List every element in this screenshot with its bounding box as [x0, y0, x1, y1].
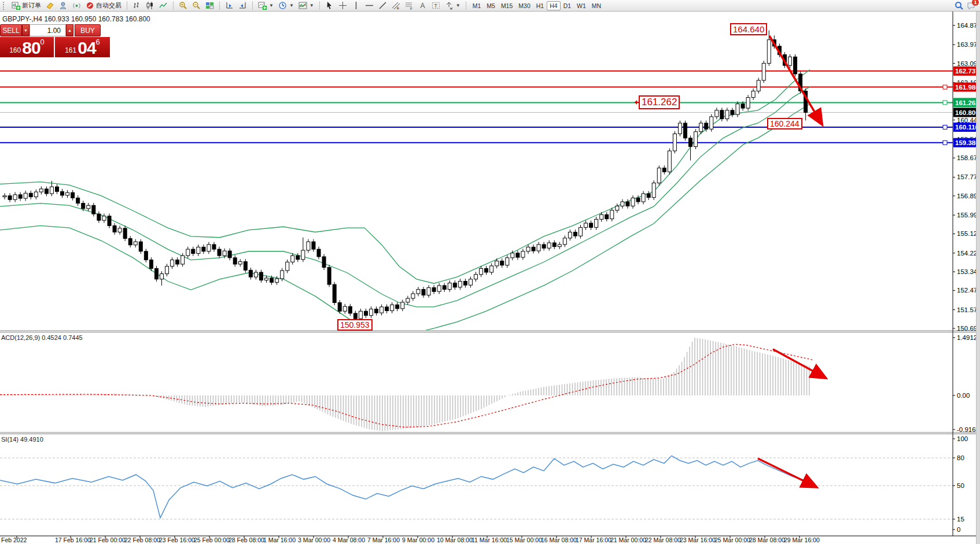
bullish-candle[interactable] [521, 251, 525, 257]
bullish-candle[interactable] [307, 242, 310, 250]
bullish-candle[interactable] [789, 57, 792, 65]
bullish-candle[interactable] [657, 168, 661, 183]
bullish-candle[interactable] [642, 194, 645, 202]
bearish-candle[interactable] [71, 193, 75, 198]
bearish-candle[interactable] [385, 307, 389, 311]
bearish-candle[interactable] [154, 268, 158, 279]
price-annotation[interactable]: 150.953 [337, 319, 373, 331]
line-handle[interactable] [943, 85, 947, 89]
window-scrollbar[interactable] [976, 12, 980, 544]
bearish-candle[interactable] [333, 284, 336, 302]
bearish-candle[interactable] [720, 110, 724, 119]
bullish-candle[interactable] [390, 305, 394, 310]
bullish-candle[interactable] [558, 245, 561, 247]
bullish-candle[interactable] [265, 278, 268, 280]
bullish-candle[interactable] [736, 104, 739, 114]
bearish-candle[interactable] [259, 272, 263, 280]
bullish-candle[interactable] [448, 283, 451, 289]
bullish-candle[interactable] [380, 307, 384, 313]
bullish-candle[interactable] [186, 249, 190, 256]
bearish-candle[interactable] [317, 249, 320, 257]
bullish-candle[interactable] [474, 275, 478, 279]
bullish-candle[interactable] [87, 205, 90, 209]
bearish-candle[interactable] [270, 278, 274, 282]
bearish-candle[interactable] [443, 286, 446, 290]
bearish-candle[interactable] [45, 189, 48, 194]
bullish-candle[interactable] [762, 63, 765, 80]
bullish-candle[interactable] [506, 258, 509, 265]
bearish-candle[interactable] [636, 198, 640, 202]
bullish-candle[interactable] [359, 311, 362, 319]
bullish-candle[interactable] [490, 266, 493, 272]
bearish-candle[interactable] [249, 270, 252, 277]
bullish-candle[interactable] [584, 223, 588, 227]
bullish-candle[interactable] [102, 216, 106, 220]
line-handle[interactable] [943, 140, 947, 145]
bearish-candle[interactable] [327, 268, 331, 285]
bearish-candle[interactable] [532, 247, 535, 251]
bullish-candle[interactable] [631, 198, 635, 206]
bullish-candle[interactable] [547, 243, 551, 248]
bearish-candle[interactable] [61, 191, 64, 195]
bullish-candle[interactable] [181, 256, 185, 264]
bullish-candle[interactable] [197, 247, 200, 253]
bearish-candle[interactable] [375, 309, 378, 313]
line-handle[interactable] [943, 125, 947, 129]
bullish-candle[interactable] [767, 40, 771, 64]
bullish-candle[interactable] [291, 256, 294, 262]
price-annotation[interactable]: 164.640 [730, 23, 767, 35]
bullish-candle[interactable] [751, 91, 755, 97]
bullish-candle[interactable] [673, 134, 676, 151]
bearish-candle[interactable] [97, 214, 101, 220]
bearish-candle[interactable] [82, 203, 85, 209]
bullish-candle[interactable] [610, 210, 614, 219]
bullish-candle[interactable] [3, 196, 6, 197]
bullish-candle[interactable] [757, 80, 760, 91]
bullish-candle[interactable] [511, 253, 514, 258]
bullish-candle[interactable] [579, 227, 583, 236]
line-handle[interactable] [943, 101, 947, 105]
bullish-candle[interactable] [66, 193, 69, 195]
bearish-candle[interactable] [128, 239, 132, 245]
bearish-candle[interactable] [139, 242, 142, 251]
bullish-candle[interactable] [343, 306, 347, 311]
bullish-candle[interactable] [13, 195, 17, 200]
bearish-candle[interactable] [338, 303, 341, 312]
bullish-candle[interactable] [715, 110, 719, 117]
bearish-candle[interactable] [684, 123, 687, 138]
bearish-candle[interactable] [218, 249, 221, 256]
bullish-candle[interactable] [668, 151, 671, 172]
bearish-candle[interactable] [322, 257, 326, 267]
main-chart-panel[interactable] [0, 31, 953, 334]
bullish-candle[interactable] [710, 117, 713, 129]
bearish-candle[interactable] [485, 268, 488, 272]
bearish-candle[interactable] [19, 195, 22, 198]
bearish-candle[interactable] [453, 283, 456, 287]
bearish-candle[interactable] [364, 311, 367, 315]
bullish-candle[interactable] [370, 309, 373, 316]
chart-canvas[interactable]: 164.870163.970163.095162.195160.445159.5… [0, 0, 980, 544]
price-annotation[interactable]: 161.262 [639, 95, 680, 109]
bullish-candle[interactable] [616, 206, 619, 210]
bearish-candle[interactable] [662, 168, 666, 172]
bullish-candle[interactable] [437, 286, 441, 291]
bearish-candle[interactable] [29, 193, 32, 197]
bearish-candle[interactable] [605, 214, 609, 219]
trend-arrow[interactable] [769, 36, 821, 123]
bearish-candle[interactable] [123, 228, 127, 239]
sell-button[interactable]: SELL [0, 24, 22, 36]
bearish-candle[interactable] [463, 282, 467, 286]
bullish-candle[interactable] [24, 193, 27, 198]
trend-arrow[interactable] [758, 458, 815, 486]
bearish-candle[interactable] [353, 313, 357, 319]
bullish-candle[interactable] [238, 262, 242, 264]
bearish-candle[interactable] [542, 245, 546, 248]
bearish-candle[interactable] [233, 258, 237, 264]
bearish-candle[interactable] [590, 223, 593, 227]
bearish-candle[interactable] [144, 251, 148, 260]
volume-input[interactable]: 1.00 [30, 24, 66, 36]
bullish-candle[interactable] [746, 98, 750, 108]
bearish-candle[interactable] [422, 290, 425, 295]
bullish-candle[interactable] [458, 282, 462, 287]
bearish-candle[interactable] [92, 205, 95, 214]
